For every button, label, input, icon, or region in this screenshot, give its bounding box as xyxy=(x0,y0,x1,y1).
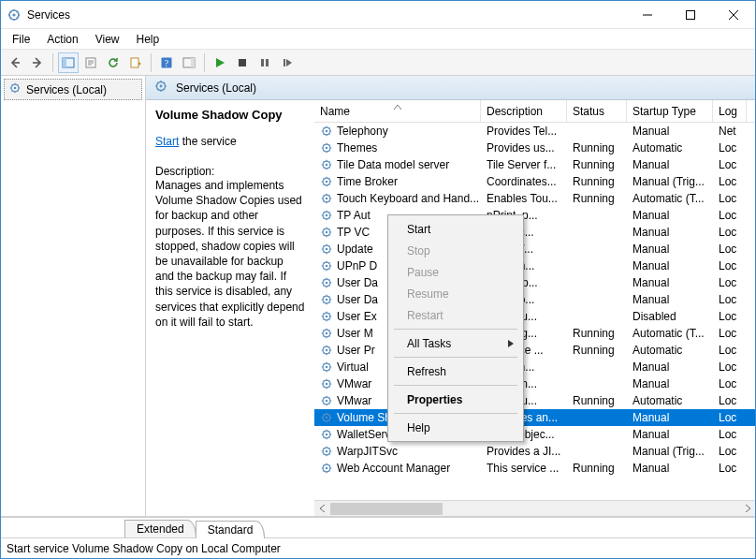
action-pane-button[interactable] xyxy=(179,52,199,73)
service-logon: Loc xyxy=(713,158,747,171)
service-row[interactable]: TelephonyProvides Tel...ManualNet xyxy=(314,123,755,140)
gear-icon xyxy=(320,377,333,390)
service-logon: Loc xyxy=(713,259,747,272)
ctx-refresh[interactable]: Refresh xyxy=(390,360,521,382)
service-detail-panel: Volume Shadow Copy Start the service Des… xyxy=(146,100,314,516)
service-name: Tile Data model server xyxy=(337,158,449,171)
service-logon: Loc xyxy=(713,226,747,239)
service-name: User Ex xyxy=(337,310,377,323)
tree-item-services-local[interactable]: Services (Local) xyxy=(4,79,142,100)
context-menu: Start Stop Pause Resume Restart All Task… xyxy=(387,214,524,442)
svg-point-26 xyxy=(326,181,327,183)
service-row[interactable]: User Exvides su...DisabledLoc xyxy=(314,308,755,325)
menu-help[interactable]: Help xyxy=(129,31,167,48)
service-row[interactable]: Tile Data model serverTile Server f...Ru… xyxy=(314,156,755,173)
services-list: Name Description Status Startup Type Log… xyxy=(314,100,755,516)
help-toolbar-button[interactable]: ? xyxy=(156,52,177,73)
maximize-button[interactable] xyxy=(669,1,712,28)
service-row[interactable]: Touch Keyboard and Hand...Enables Tou...… xyxy=(314,190,755,207)
gear-icon xyxy=(320,192,333,205)
list-header: Name Description Status Startup Type Log xyxy=(314,100,755,123)
ctx-pause: Pause xyxy=(390,261,521,283)
column-startup-type[interactable]: Startup Type xyxy=(627,100,713,122)
gear-icon xyxy=(320,327,333,340)
service-row[interactable]: Volume Shadow CopyManages an...ManualLoc xyxy=(314,409,755,426)
tabstrip: Extended Standard xyxy=(1,517,755,537)
service-logon: Loc xyxy=(713,445,747,458)
svg-point-44 xyxy=(326,332,327,334)
list-body[interactable]: TelephonyProvides Tel...ManualNetThemesP… xyxy=(314,123,755,500)
minimize-button[interactable] xyxy=(626,1,669,28)
column-status[interactable]: Status xyxy=(567,100,627,122)
service-row[interactable]: ThemesProvides us...RunningAutomaticLoc xyxy=(314,140,755,156)
stop-service-button[interactable] xyxy=(232,52,253,73)
svg-point-34 xyxy=(326,248,327,250)
start-service-button[interactable] xyxy=(210,52,230,73)
tab-standard[interactable]: Standard xyxy=(196,521,266,538)
service-row[interactable]: TP AutnPrint .p...ManualLoc xyxy=(314,207,755,224)
column-description[interactable]: Description xyxy=(481,100,567,122)
service-row[interactable]: Time BrokerCoordinates...RunningManual (… xyxy=(314,173,755,190)
menu-view[interactable]: View xyxy=(88,31,127,48)
service-row[interactable]: User Prs service ...RunningAutomaticLoc xyxy=(314,342,755,359)
service-startup-type: Disabled xyxy=(627,310,713,323)
ctx-separator xyxy=(394,413,517,414)
service-row[interactable]: WalletServiceHosts objec...ManualLoc xyxy=(314,426,755,443)
service-logon: Loc xyxy=(713,209,747,222)
close-button[interactable] xyxy=(712,1,755,28)
service-logon: Loc xyxy=(713,377,747,390)
tab-extended[interactable]: Extended xyxy=(124,520,196,537)
gear-icon xyxy=(320,310,333,323)
service-row[interactable]: Updateages W...ManualLoc xyxy=(314,241,755,257)
show-hide-tree-button[interactable] xyxy=(58,52,79,73)
service-status: Running xyxy=(567,141,627,154)
ctx-properties[interactable]: Properties xyxy=(390,389,521,410)
service-row[interactable]: VMwarvides su...RunningAutomaticLoc xyxy=(314,392,755,409)
restart-service-button[interactable] xyxy=(277,52,298,73)
service-name: Time Broker xyxy=(337,175,398,188)
start-service-link[interactable]: Start xyxy=(155,135,179,148)
column-name[interactable]: Name xyxy=(314,100,481,122)
service-row[interactable]: TP VCnPrint c...ManualLoc xyxy=(314,224,755,241)
export-list-button[interactable] xyxy=(125,52,146,73)
service-row[interactable]: UPnP Dws UPn...ManualLoc xyxy=(314,257,755,274)
svg-point-28 xyxy=(326,198,327,199)
horizontal-scrollbar[interactable] xyxy=(314,500,755,516)
ctx-help[interactable]: Help xyxy=(390,417,521,438)
service-row[interactable]: User Davides ap...ManualLoc xyxy=(314,274,755,291)
toolbar: ? xyxy=(1,50,755,76)
pause-service-button[interactable] xyxy=(254,52,275,73)
column-desc-label: Description xyxy=(487,105,543,118)
service-logon: Loc xyxy=(713,360,747,374)
column-logon[interactable]: Log xyxy=(713,100,747,122)
ctx-all-tasks[interactable]: All Tasks xyxy=(390,332,521,354)
menu-file[interactable]: File xyxy=(5,31,37,48)
service-row[interactable]: User Dadles sto...ManualLoc xyxy=(314,291,755,308)
service-row[interactable]: User Mr Manag...RunningAutomatic (T...Lo… xyxy=(314,325,755,342)
back-button[interactable] xyxy=(5,52,25,73)
service-description: Enables Tou... xyxy=(481,192,567,205)
ctx-start[interactable]: Start xyxy=(390,218,521,240)
description-label: Description: xyxy=(155,165,305,178)
refresh-toolbar-button[interactable] xyxy=(103,52,124,73)
svg-point-30 xyxy=(326,214,327,216)
service-row[interactable]: Web Account ManagerThis service ...Runni… xyxy=(314,460,755,477)
scrollbar-thumb[interactable] xyxy=(330,503,443,515)
service-row[interactable]: WarpJITSvcProvides a JI...Manual (Trig..… xyxy=(314,443,755,460)
forward-button[interactable] xyxy=(27,52,48,73)
service-row[interactable]: Virtualvides m...ManualLoc xyxy=(314,359,755,375)
scroll-left-icon[interactable] xyxy=(314,502,330,516)
service-startup-type: Automatic xyxy=(627,141,713,154)
service-description: Tile Server f... xyxy=(481,158,567,171)
service-row[interactable]: VMwarware Sn...ManualLoc xyxy=(314,375,755,392)
svg-rect-14 xyxy=(284,59,285,66)
menu-action[interactable]: Action xyxy=(39,31,85,48)
scroll-right-icon[interactable] xyxy=(739,502,755,516)
service-startup-type: Manual (Trig... xyxy=(627,175,713,188)
service-status: Running xyxy=(567,175,627,188)
service-logon: Loc xyxy=(713,293,747,306)
svg-point-32 xyxy=(326,231,327,233)
properties-toolbar-button[interactable] xyxy=(80,52,101,73)
service-name: WarpJITSvc xyxy=(337,445,398,458)
service-logon: Loc xyxy=(713,344,747,357)
